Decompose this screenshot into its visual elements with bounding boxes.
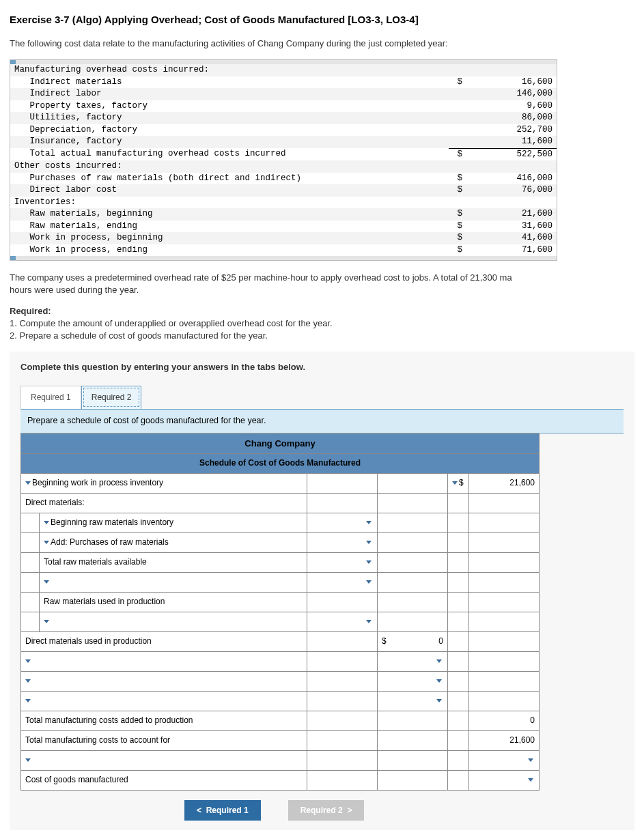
row-blank-4[interactable] xyxy=(21,671,307,691)
cell-brmi[interactable] xyxy=(307,513,378,532)
requirement-1: 1. Compute the amount of underapplied or… xyxy=(10,318,333,328)
cell-bwip-val[interactable]: 21,600 xyxy=(469,473,540,493)
cell-blank-5[interactable] xyxy=(378,691,448,711)
context-paragraph: The company uses a predetermined overhea… xyxy=(10,272,634,296)
dropdown-icon xyxy=(44,620,49,623)
page-title: Exercise 3-7 (Algo) Applying Overhead; C… xyxy=(10,12,634,27)
dropdown-icon xyxy=(436,659,442,663)
cell-dmup[interactable]: $0 xyxy=(378,631,448,651)
cell-blank-6[interactable] xyxy=(469,750,540,770)
cell-tmcaf[interactable]: 21,600 xyxy=(469,730,540,750)
chevron-left-icon: < xyxy=(197,806,201,815)
row-bwip[interactable]: Beginning work in process inventory xyxy=(21,473,307,493)
cell-blank-2[interactable] xyxy=(307,612,378,631)
next-button[interactable]: Required 2 > xyxy=(288,800,365,821)
dropdown-icon xyxy=(25,659,31,663)
tab-required-2[interactable]: Required 2 xyxy=(81,386,142,409)
dropdown-icon xyxy=(25,481,31,485)
row-blank-3[interactable] xyxy=(21,651,307,671)
row-dmup[interactable]: Direct materials used in production xyxy=(21,631,307,651)
cell-addp[interactable] xyxy=(307,532,378,552)
cell-blank-1[interactable] xyxy=(307,572,378,592)
cell-bwip-sym[interactable]: $ xyxy=(448,473,469,493)
cell-cogm[interactable] xyxy=(469,770,540,790)
row-rmup[interactable]: Raw materials used in production xyxy=(40,592,307,612)
dropdown-icon xyxy=(44,521,49,524)
tab-prompt: Prepare a schedule of cost of goods manu… xyxy=(20,409,624,433)
dropdown-icon xyxy=(436,699,442,702)
dropdown-icon xyxy=(528,758,533,762)
cell-rmup[interactable] xyxy=(307,592,378,612)
dropdown-icon xyxy=(25,758,31,762)
row-blank-6[interactable] xyxy=(21,750,307,770)
row-blank-1[interactable] xyxy=(40,572,307,592)
dropdown-icon xyxy=(452,481,458,485)
chevron-right-icon: > xyxy=(347,806,352,815)
dropdown-icon xyxy=(528,778,533,782)
dropdown-icon xyxy=(25,679,31,683)
dropdown-icon xyxy=(436,679,442,683)
intro-text: The following cost data relate to the ma… xyxy=(10,38,634,50)
row-addp[interactable]: Add: Purchases of raw materials xyxy=(40,532,307,552)
cost-data-box: Manufacturing overhead costs incurred: I… xyxy=(10,59,557,261)
dropdown-icon xyxy=(366,580,372,584)
requirement-2: 2. Prepare a schedule of cost of goods m… xyxy=(10,330,268,341)
schedule-company: Chang Company xyxy=(21,433,540,453)
tab-instructions: Complete this question by entering your … xyxy=(20,361,624,373)
dropdown-icon xyxy=(366,620,372,623)
row-tmcaf[interactable]: Total manufacturing costs to account for xyxy=(21,730,307,750)
cell-tmcap[interactable]: 0 xyxy=(469,711,540,730)
required-heading: Required: xyxy=(10,306,51,316)
dropdown-icon xyxy=(25,699,31,702)
schedule-subtitle: Schedule of Cost of Goods Manufactured xyxy=(21,453,540,473)
dropdown-icon xyxy=(366,560,372,564)
row-cogm[interactable]: Cost of goods manufactured xyxy=(21,770,307,790)
row-blank-2[interactable] xyxy=(40,612,307,631)
row-blank-5[interactable] xyxy=(21,691,307,711)
row-dm[interactable]: Direct materials: xyxy=(21,493,307,513)
prev-button[interactable]: < Required 1 xyxy=(184,800,261,821)
cell-blank-3[interactable] xyxy=(378,651,448,671)
cell-blank-4[interactable] xyxy=(378,671,448,691)
schedule-table: Chang Company Schedule of Cost of Goods … xyxy=(20,433,540,791)
dropdown-icon xyxy=(44,541,49,544)
cell-trma[interactable] xyxy=(307,552,378,572)
row-brmi[interactable]: Beginning raw materials inventory xyxy=(40,513,307,532)
dropdown-icon xyxy=(44,580,49,584)
row-tmcap[interactable]: Total manufacturing costs added to produ… xyxy=(21,711,307,730)
answer-section: Complete this question by entering your … xyxy=(10,352,634,829)
dropdown-icon xyxy=(366,521,372,524)
tab-required-1[interactable]: Required 1 xyxy=(20,386,81,409)
dropdown-icon xyxy=(366,541,372,544)
row-trma[interactable]: Total raw materials available xyxy=(40,552,307,572)
